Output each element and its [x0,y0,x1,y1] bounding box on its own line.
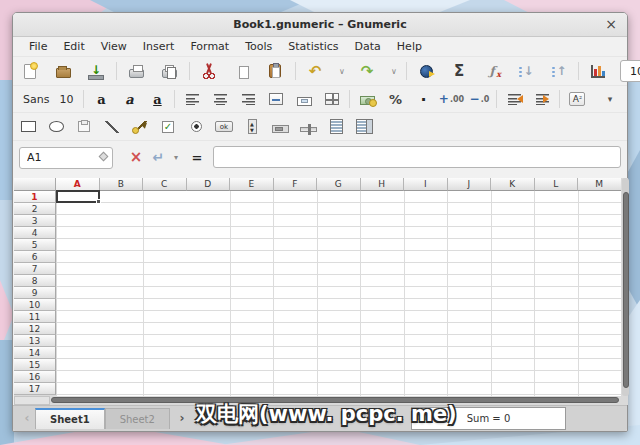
format-as-percent-button[interactable]: % [384,88,406,110]
sheet-cells[interactable] [57,191,621,396]
sheet-tab-sheet2[interactable]: Sheet2 [105,408,170,429]
row-header-9[interactable]: 9 [14,287,56,299]
print-preview-button[interactable] [156,60,182,82]
menu-help[interactable]: Help [389,38,430,55]
row-header-17[interactable]: 17 [14,383,56,395]
create-checkbox-button[interactable]: ✓ [157,116,179,138]
sheet-tab-sheet1[interactable]: Sheet1 [35,408,105,429]
align-left-button[interactable] [181,88,203,110]
menu-format[interactable]: Format [182,38,237,55]
row-header-11[interactable]: 11 [14,311,56,323]
row-header-3[interactable]: 3 [14,215,56,227]
split-merged-cells-button[interactable] [321,88,343,110]
toolbar-overflow-button[interactable]: ▾ [599,88,621,110]
center-across-selection-button[interactable] [265,88,287,110]
new-file-button[interactable] [17,60,43,82]
font-name-select[interactable]: Sans [23,93,49,106]
menu-statistics[interactable]: Statistics [280,38,346,55]
merge-cells-button[interactable] [293,88,315,110]
column-header-c[interactable]: C [143,178,187,191]
open-file-button[interactable] [50,60,76,82]
menu-tools[interactable]: Tools [237,38,280,55]
create-rectangle-button[interactable] [17,116,39,138]
vertical-scrollbar[interactable] [622,178,629,396]
format-as-money-button[interactable] [356,88,378,110]
row-header-8[interactable]: 8 [14,275,56,287]
column-header-b[interactable]: B [100,178,144,191]
selected-cell-a1[interactable] [56,190,100,203]
row-header-16[interactable]: 16 [14,371,56,383]
create-combo-box-button[interactable] [353,116,375,138]
create-ellipse-button[interactable] [45,116,67,138]
menu-view[interactable]: View [93,38,135,55]
font-size-select[interactable]: 10 [59,93,73,106]
create-button-button[interactable]: ok [213,116,235,138]
formula-input[interactable] [213,146,621,168]
row-header-15[interactable]: 15 [14,359,56,371]
increase-indent-button[interactable] [531,88,553,110]
undo-dropdown-button[interactable]: ∨ [335,60,349,82]
menu-file[interactable]: File [21,38,55,55]
italic-button[interactable]: a [118,88,140,110]
menu-insert[interactable]: Insert [135,38,183,55]
undo-button[interactable]: ↶ [302,60,328,82]
column-header-e[interactable]: E [230,178,274,191]
row-header-2[interactable]: 2 [14,203,56,215]
align-center-button[interactable] [209,88,231,110]
row-header-5[interactable]: 5 [14,239,56,251]
column-header-h[interactable]: H [361,178,405,191]
column-header-i[interactable]: I [404,178,448,191]
sort-descending-button[interactable]: ↓ [512,60,538,82]
row-header-1[interactable]: 1 [14,191,56,203]
row-header-14[interactable]: 14 [14,347,56,359]
cancel-edit-button[interactable]: × [125,146,147,168]
previous-sheet-button[interactable]: ‹ [19,408,35,428]
menu-data[interactable]: Data [347,38,389,55]
paste-button[interactable] [262,60,288,82]
create-slider-button[interactable] [297,116,319,138]
redo-dropdown-button[interactable]: ∨ [387,60,401,82]
close-button[interactable]: × [605,16,617,32]
insert-hyperlink-button[interactable] [413,60,439,82]
create-spin-button-button[interactable] [241,116,263,138]
column-header-g[interactable]: G [317,178,361,191]
zoom-select[interactable]: 100% [620,60,640,82]
menu-edit[interactable]: Edit [55,38,92,55]
vertical-scrollbar-thumb[interactable] [623,192,629,388]
underline-button[interactable]: a [146,88,168,110]
column-header-l[interactable]: L [535,178,579,191]
decrease-decimals-button[interactable]: .0 [468,88,490,110]
redo-button[interactable]: ↷ [354,60,380,82]
insert-function-button[interactable]: ƒ [479,60,505,82]
row-header-13[interactable]: 13 [14,335,56,347]
row-header-4[interactable]: 4 [14,227,56,239]
column-header-j[interactable]: J [448,178,492,191]
create-list-button[interactable] [325,116,347,138]
bold-button[interactable]: a [90,88,112,110]
create-frame-button[interactable] [73,116,95,138]
row-header-6[interactable]: 6 [14,251,56,263]
row-header-12[interactable]: 12 [14,323,56,335]
row-header-7[interactable]: 7 [14,263,56,275]
column-header-m[interactable]: M [578,178,621,191]
increase-decimals-button[interactable]: .00 [440,88,462,110]
column-header-f[interactable]: F [274,178,318,191]
create-radio-button-button[interactable] [185,116,207,138]
next-sheet-button[interactable]: › [174,408,190,428]
create-arrow-button[interactable] [129,116,151,138]
decrease-indent-button[interactable] [503,88,525,110]
grid-corner-box[interactable] [14,178,56,191]
save-file-button[interactable]: ↓ [83,60,109,82]
thousands-separator-button[interactable]: · [412,88,434,110]
insert-chart-button[interactable] [585,60,611,82]
equals-button[interactable]: = [187,146,207,168]
column-header-k[interactable]: K [491,178,535,191]
column-header-d[interactable]: D [187,178,231,191]
align-right-button[interactable] [237,88,259,110]
create-line-button[interactable] [101,116,123,138]
autosum-button[interactable]: Σ [446,60,472,82]
sort-ascending-button[interactable]: ↑ [545,60,571,82]
print-button[interactable] [123,60,149,82]
create-scrollbar-button[interactable] [269,116,291,138]
copy-button[interactable] [229,60,255,82]
